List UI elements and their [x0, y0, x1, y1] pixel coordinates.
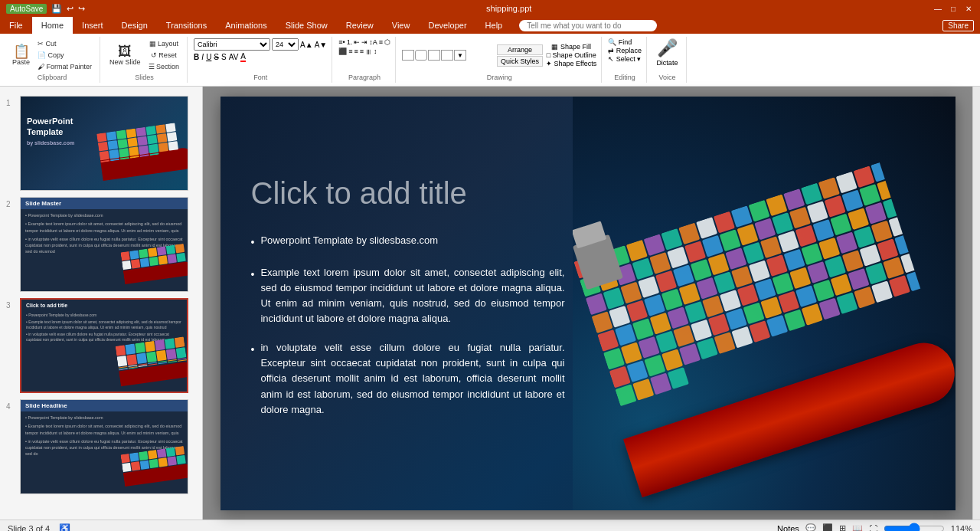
shape-outline-button[interactable]: □ Shape Outline — [546, 51, 596, 59]
tab-help[interactable]: Help — [476, 17, 512, 34]
slide-num-3: 3 — [6, 298, 15, 310]
filename-label: shipping.ppt — [486, 4, 531, 13]
find-button[interactable]: 🔍 Find — [608, 38, 642, 46]
close-button[interactable]: ✕ — [963, 3, 974, 14]
section-button[interactable]: ☰ Section — [145, 61, 183, 72]
view-reading-button[interactable]: 📖 — [852, 523, 863, 531]
shape-effects-button[interactable]: ✦ Shape Effects — [546, 60, 596, 67]
shape-rect[interactable] — [402, 50, 414, 61]
tab-review[interactable]: Review — [337, 17, 383, 34]
tab-transitions[interactable]: Transitions — [157, 17, 216, 34]
justify-button[interactable]: ≡ — [360, 48, 364, 55]
notes-button[interactable]: Notes — [777, 524, 799, 532]
line-spacing-button[interactable]: ↕ — [374, 48, 377, 55]
title-bar-left: AutoSave 💾 ↩ ↪ — [6, 4, 85, 14]
align-left-button[interactable]: ⬛ — [338, 48, 347, 55]
decrease-indent-button[interactable]: ⇤ — [354, 38, 360, 46]
select-button[interactable]: ↖ Select ▾ — [608, 55, 642, 63]
slide-thumb-4[interactable]: 4 Slide Headline • Powerpoint Template b… — [0, 396, 202, 497]
slide-thumb-3[interactable]: 3 Click to add title • Powerpoint Templa… — [0, 295, 202, 396]
slide-thumb-2[interactable]: 2 Slide Master • Powerpoint Template by … — [0, 194, 202, 295]
slide-thumb-1[interactable]: 1 PowerPoint Template by slidesbase.com — [0, 93, 202, 194]
format-painter-button[interactable]: 🖌 Format Painter — [34, 61, 95, 72]
font-label: Font — [253, 72, 267, 81]
right-scrollbar[interactable] — [972, 87, 980, 520]
shapes-more[interactable]: ▼ — [454, 50, 466, 61]
decrease-font-button[interactable]: A▼ — [315, 41, 328, 49]
text-direction-button[interactable]: ↕A — [369, 38, 377, 46]
title-bar-right: — □ ✕ — [933, 3, 974, 14]
increase-font-button[interactable]: A▲ — [300, 41, 313, 49]
voice-label: Voice — [658, 72, 675, 81]
clipboard-label: Clipboard — [38, 72, 67, 81]
italic-button[interactable]: I — [201, 53, 204, 61]
slide-canvas[interactable]: Click to add title • Powerpoint Template… — [220, 97, 956, 510]
numbering-button[interactable]: 1. — [347, 38, 353, 46]
maximize-button[interactable]: □ — [948, 3, 959, 14]
status-right: Notes 💬 ⬛ ⊞ 📖 ⛶ 114% — [777, 523, 972, 532]
view-fullscreen-button[interactable]: ⛶ — [869, 524, 877, 532]
shape-rounded-rect[interactable] — [415, 50, 427, 61]
ribbon-content: 📋 Paste ✂ Cut 📄 Copy 🖌 Format Painter Cl… — [0, 34, 980, 87]
zoom-slider[interactable] — [884, 523, 945, 532]
view-slide-sorter-button[interactable]: ⊞ — [839, 523, 846, 531]
zoom-level: 114% — [951, 524, 972, 532]
view-normal-button[interactable]: ⬛ — [822, 523, 833, 531]
arrange-button[interactable]: Arrange — [497, 44, 543, 55]
tab-developer[interactable]: Developer — [419, 17, 475, 34]
font-size-select[interactable]: 24 — [272, 38, 299, 51]
font-family-select[interactable]: Calibri — [194, 38, 270, 51]
tab-design[interactable]: Design — [113, 17, 157, 34]
tab-home[interactable]: Home — [32, 17, 73, 34]
bullet-item-1: • Powerpoint Template by slidesbase.com — [251, 233, 565, 251]
slide-num-2: 2 — [6, 197, 15, 208]
thumb-img-3: Click to add title • Powerpoint Template… — [20, 298, 188, 393]
title-bar-center: shipping.ppt — [85, 4, 933, 13]
quick-access-undo[interactable]: ↩ — [67, 4, 74, 14]
strikethrough-button[interactable]: S — [214, 53, 219, 61]
slide-title[interactable]: Click to add title — [251, 175, 565, 211]
columns-button[interactable]: ⫼ — [365, 48, 372, 55]
new-slide-button[interactable]: 🖼 New Slide — [106, 43, 144, 67]
align-center-button[interactable]: ≡ — [348, 48, 352, 55]
tab-animations[interactable]: Animations — [216, 17, 276, 34]
shape-fill-button[interactable]: ▦ Shape Fill — [546, 43, 596, 51]
shadow-button[interactable]: S — [221, 53, 227, 61]
copy-button[interactable]: 📄 Copy — [34, 50, 95, 61]
cut-button[interactable]: ✂ Cut — [34, 38, 95, 49]
shape-line[interactable] — [428, 50, 440, 61]
paste-icon: 📋 — [13, 44, 30, 58]
reset-button[interactable]: ↺ Reset — [145, 50, 183, 61]
title-bar: AutoSave 💾 ↩ ↪ shipping.ppt — □ ✕ — [0, 0, 980, 17]
tab-view[interactable]: View — [383, 17, 420, 34]
tab-slideshow[interactable]: Slide Show — [276, 17, 337, 34]
convert-smartart-button[interactable]: ⬡ — [384, 38, 390, 46]
share-button[interactable]: Share — [942, 20, 974, 31]
shape-arrow[interactable] — [441, 50, 453, 61]
replace-button[interactable]: ⇄ Replace — [608, 47, 642, 54]
align-right-button[interactable]: ≡ — [354, 48, 358, 55]
bold-button[interactable]: B — [194, 53, 199, 61]
bullet-text-1[interactable]: Powerpoint Template by slidesbase.com — [260, 233, 438, 251]
tab-insert[interactable]: Insert — [73, 17, 113, 34]
layout-button[interactable]: ▦ Layout — [145, 38, 183, 49]
minimize-button[interactable]: — — [933, 3, 943, 14]
search-input[interactable] — [519, 20, 657, 31]
canvas-area: Click to add title • Powerpoint Template… — [203, 87, 972, 520]
tab-file[interactable]: File — [0, 17, 32, 34]
bullet-text-3[interactable]: in voluptate velit esse cillum dolore eu… — [260, 340, 564, 418]
increase-indent-button[interactable]: ⇥ — [361, 38, 368, 46]
underline-button[interactable]: U — [206, 53, 211, 61]
align-text-button[interactable]: ≡ — [379, 38, 383, 46]
quick-access-save[interactable]: 💾 — [51, 4, 62, 14]
char-spacing-button[interactable]: AV — [229, 53, 239, 61]
bullet-text-2[interactable]: Example text lorem ipsum dolor sit amet,… — [260, 265, 564, 327]
paste-button[interactable]: 📋 Paste — [9, 43, 33, 67]
slide-panel: 1 PowerPoint Template by slidesbase.com — [0, 87, 203, 520]
quick-styles-button[interactable]: Quick Styles — [497, 56, 543, 67]
quick-access-redo[interactable]: ↪ — [78, 4, 85, 14]
comments-button[interactable]: 💬 — [805, 523, 816, 531]
font-color-button[interactable]: A — [240, 52, 246, 62]
bullets-button[interactable]: ≡• — [338, 38, 345, 46]
bullet-dot-2: • — [251, 266, 255, 327]
